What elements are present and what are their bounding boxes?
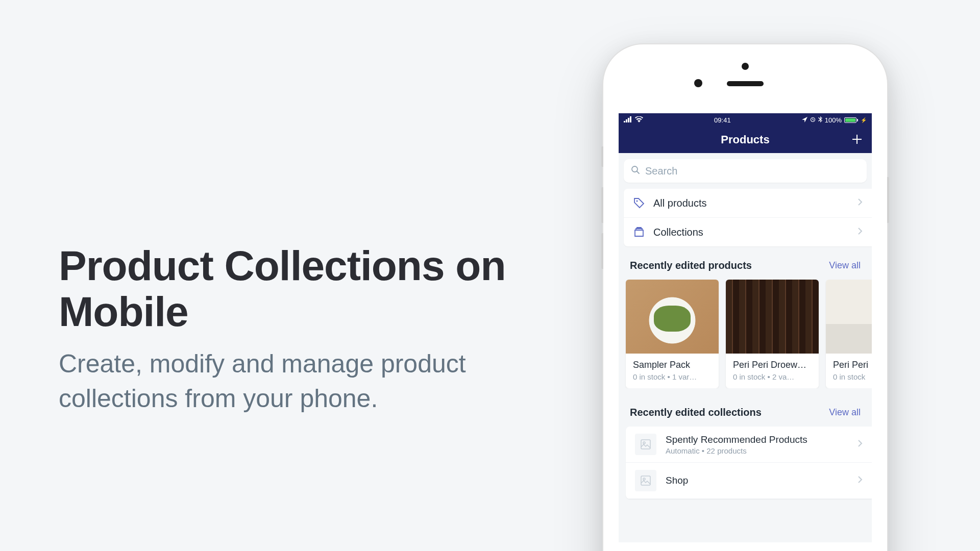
phone-power-button: [887, 177, 889, 223]
collections-icon: [633, 226, 645, 238]
tag-icon: [633, 197, 645, 209]
collection-name: Spently Recommended Products: [666, 434, 848, 445]
menu-collections[interactable]: Collections: [624, 218, 872, 246]
menu-label: Collections: [653, 227, 849, 238]
svg-point-1: [632, 166, 638, 172]
chevron-right-icon: [857, 439, 863, 449]
add-button[interactable]: [851, 132, 863, 147]
svg-point-6: [643, 478, 645, 480]
phone-frame: 09:41 100% ⚡ Prod: [602, 43, 888, 551]
nav-bar: Products: [619, 127, 872, 153]
collections-card: Spently Recommended Products Automatic •…: [626, 427, 872, 499]
search-icon: [631, 165, 640, 177]
image-placeholder-icon: [635, 434, 656, 455]
product-image: [726, 280, 819, 354]
collection-name: Shop: [666, 475, 848, 486]
product-card[interactable]: Peri Peri Droew… 0 in stock • 2 va…: [726, 280, 819, 388]
chevron-right-icon: [857, 475, 863, 486]
product-meta: 0 in stock • 1 var…: [633, 372, 712, 381]
svg-point-2: [636, 201, 638, 202]
status-bar: 09:41 100% ⚡: [619, 113, 872, 127]
charging-icon: ⚡: [861, 117, 867, 123]
product-image: [626, 280, 719, 354]
menu-card: All products Collections: [624, 189, 872, 246]
product-name: Peri Peri Droew…: [733, 360, 812, 370]
recent-collections-section: Recently edited collections View all Spe…: [619, 407, 872, 499]
product-card[interactable]: Peri Peri 0 in stock: [826, 280, 872, 388]
hero-subtitle: Create, modify and manage product collec…: [59, 347, 518, 416]
status-time: 09:41: [714, 116, 731, 124]
product-name: Peri Peri: [833, 360, 872, 370]
product-image: [826, 280, 872, 354]
hero-title: Product Collections on Mobile: [59, 243, 569, 335]
app-content: Search All products: [619, 153, 872, 499]
menu-label: All products: [653, 197, 849, 209]
phone-front-camera: [694, 79, 702, 87]
view-all-products-link[interactable]: View all: [829, 260, 861, 271]
hero-text-block: Product Collections on Mobile Create, mo…: [59, 243, 569, 416]
alarm-icon: [810, 116, 816, 124]
bluetooth-icon: [818, 116, 822, 124]
menu-all-products[interactable]: All products: [624, 189, 872, 218]
recent-products-section: Recently edited products View all Sample…: [619, 260, 872, 388]
product-meta: 0 in stock • 2 va…: [733, 372, 812, 381]
collection-item[interactable]: Spently Recommended Products Automatic •…: [626, 427, 872, 463]
image-placeholder-icon: [635, 470, 656, 491]
product-scroll[interactable]: Sampler Pack 0 in stock • 1 var… Peri Pe…: [619, 280, 872, 388]
phone-volume-up: [601, 187, 603, 223]
product-name: Sampler Pack: [633, 360, 712, 370]
product-meta: 0 in stock: [833, 372, 872, 381]
search-placeholder: Search: [645, 165, 677, 177]
battery-icon: [844, 117, 858, 123]
collection-item[interactable]: Shop: [626, 463, 872, 499]
svg-point-4: [643, 442, 645, 444]
chevron-right-icon: [857, 227, 863, 237]
phone-volume-down: [601, 233, 603, 269]
svg-rect-3: [641, 440, 650, 449]
section-title: Recently edited products: [630, 260, 752, 271]
phone-screen: 09:41 100% ⚡ Prod: [619, 113, 872, 542]
location-icon: [802, 116, 807, 124]
phone-mute-switch: [601, 146, 603, 167]
phone-camera-dot: [742, 63, 749, 70]
chevron-right-icon: [857, 198, 863, 208]
collection-meta: Automatic • 22 products: [666, 446, 848, 455]
battery-percent: 100%: [825, 116, 842, 124]
wifi-icon: [635, 116, 643, 124]
signal-icon: [624, 116, 633, 124]
view-all-collections-link[interactable]: View all: [829, 407, 861, 418]
section-title: Recently edited collections: [630, 407, 762, 418]
search-input[interactable]: Search: [624, 159, 867, 183]
product-card[interactable]: Sampler Pack 0 in stock • 1 var…: [626, 280, 719, 388]
svg-rect-5: [641, 476, 650, 485]
phone-speaker: [727, 81, 764, 86]
nav-title: Products: [721, 133, 769, 146]
